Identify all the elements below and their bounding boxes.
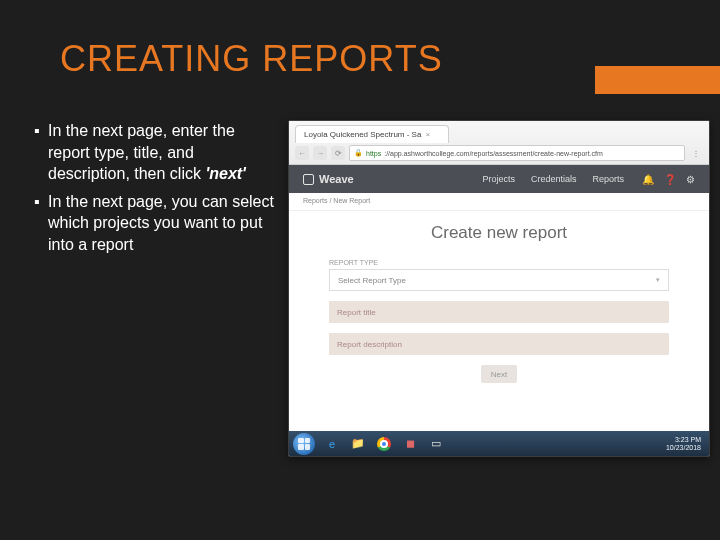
nav-credentials[interactable]: Credentials — [531, 174, 577, 184]
section-label: REPORT TYPE — [329, 259, 669, 266]
breadcrumb: Reports / New Report — [289, 193, 709, 211]
page-content: Create new report REPORT TYPE Select Rep… — [289, 211, 709, 431]
page-heading: Create new report — [329, 223, 669, 243]
embedded-screenshot: Loyola Quickened Spectrum - Sa × ← → ⟳ 🔒… — [288, 120, 710, 457]
start-button[interactable] — [293, 433, 315, 455]
browser-tab[interactable]: Loyola Quickened Spectrum - Sa × — [295, 125, 449, 143]
brand-label: Weave — [319, 173, 354, 185]
pinned-app-icon[interactable]: ▭ — [425, 435, 447, 453]
pinned-app-icon[interactable]: ◼ — [399, 435, 421, 453]
clock-time: 3:23 PM — [666, 436, 701, 444]
explorer-icon[interactable]: 📁 — [347, 435, 369, 453]
gear-icon[interactable]: ⚙ — [686, 174, 695, 185]
slide: CREATING REPORTS ▪ In the next page, ent… — [0, 0, 720, 540]
slide-body: ▪ In the next page, enter the report typ… — [0, 90, 720, 457]
input-placeholder: Report title — [337, 308, 376, 317]
bell-icon[interactable]: 🔔 — [642, 174, 654, 185]
bullet-text: In the next page, enter the report type,… — [48, 120, 274, 185]
select-placeholder: Select Report Type — [338, 276, 406, 285]
close-icon[interactable]: × — [425, 130, 430, 139]
screenshot-wrap: Loyola Quickened Spectrum - Sa × ← → ⟳ 🔒… — [288, 120, 712, 457]
chrome-icon[interactable] — [373, 435, 395, 453]
bullet-list: ▪ In the next page, enter the report typ… — [34, 120, 274, 457]
chevron-down-icon: ▾ — [656, 276, 660, 284]
brand-icon — [303, 174, 314, 185]
accent-strip — [595, 66, 720, 94]
nav-reports[interactable]: Reports — [592, 174, 624, 184]
report-description-input[interactable]: Report description — [329, 333, 669, 355]
ie-icon[interactable]: e — [321, 435, 343, 453]
app-navbar: Weave Projects Credentials Reports 🔔 ❓ ⚙ — [289, 165, 709, 193]
address-bar[interactable]: 🔒 https://app.ashworthcollege.com/report… — [349, 145, 685, 161]
next-button-wrap: Next — [329, 365, 669, 383]
forward-button[interactable]: → — [313, 146, 327, 160]
url-scheme: https — [366, 150, 381, 157]
report-title-input[interactable]: Report title — [329, 301, 669, 323]
tab-title: Loyola Quickened Spectrum - Sa — [304, 130, 421, 139]
slide-title: CREATING REPORTS — [60, 38, 660, 80]
system-clock[interactable]: 3:23 PM 10/23/2018 — [666, 436, 705, 451]
report-type-select[interactable]: Select Report Type ▾ — [329, 269, 669, 291]
bullet-text: In the next page, you can select which p… — [48, 191, 274, 256]
bullet-text-bold: 'next' — [205, 165, 246, 182]
browser-toolbar: ← → ⟳ 🔒 https://app.ashworthcollege.com/… — [289, 143, 709, 165]
reload-button[interactable]: ⟳ — [331, 146, 345, 160]
url-rest: ://app.ashworthcollege.com/reports/asses… — [384, 150, 603, 157]
browser-menu-icon[interactable]: ⋮ — [689, 149, 703, 158]
bullet-marker-icon: ▪ — [34, 191, 48, 256]
help-icon[interactable]: ❓ — [664, 174, 676, 185]
bullet-marker-icon: ▪ — [34, 120, 48, 185]
nav-projects[interactable]: Projects — [482, 174, 515, 184]
bullet-item: ▪ In the next page, enter the report typ… — [34, 120, 274, 185]
clock-date: 10/23/2018 — [666, 444, 701, 452]
brand[interactable]: Weave — [303, 173, 354, 185]
next-button[interactable]: Next — [481, 365, 517, 383]
bullet-item: ▪ In the next page, you can select which… — [34, 191, 274, 256]
back-button[interactable]: ← — [295, 146, 309, 160]
input-placeholder: Report description — [337, 340, 402, 349]
lock-icon: 🔒 — [354, 149, 363, 157]
browser-chrome: Loyola Quickened Spectrum - Sa × ← → ⟳ 🔒… — [289, 121, 709, 165]
browser-tabstrip: Loyola Quickened Spectrum - Sa × — [289, 121, 709, 143]
windows-taskbar: e 📁 ◼ ▭ 3:23 PM 10/23/2018 — [289, 431, 709, 456]
